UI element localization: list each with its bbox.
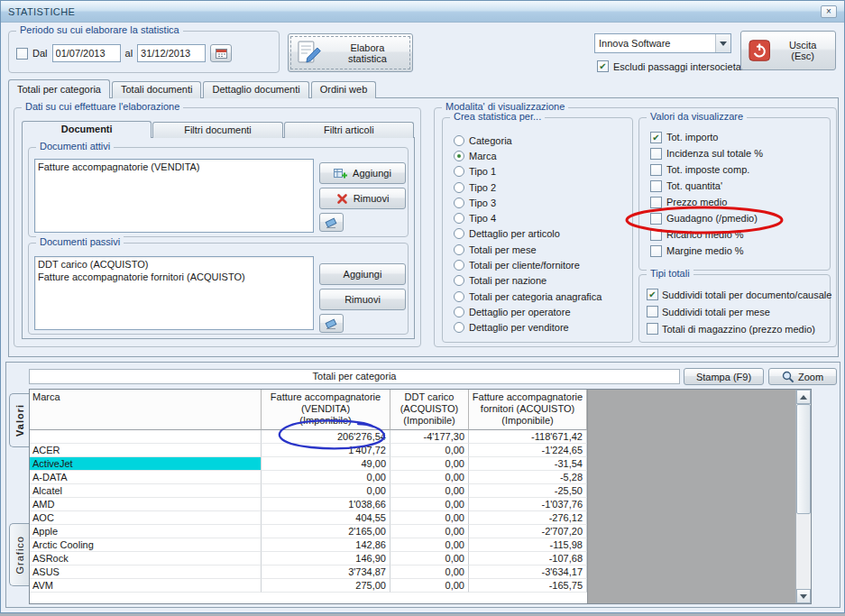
- checkbox-option-incidenza-sul-totale[interactable]: Incidenza sul totale %: [641, 145, 828, 161]
- radio-icon: [454, 260, 464, 271]
- period-group-title: Periodo su cui elaborare la statistica: [16, 24, 183, 35]
- date-from-input[interactable]: [52, 44, 121, 62]
- checkbox-option-suddividi-totali-per-mese[interactable]: Suddividi totali per mese: [641, 303, 828, 320]
- tipi-totali-group: Tipi totali Suddividi totali per documen…: [638, 274, 831, 343]
- inner-tab-filtri-articoli[interactable]: Filtri articoli: [284, 122, 414, 138]
- checkbox-option-guadagno-pmedio[interactable]: Guadagno (/pmedio): [641, 210, 828, 226]
- scroll-down-button[interactable]: [796, 589, 811, 603]
- main-tabs: Totali per categoriaTotali documentiDett…: [8, 79, 378, 98]
- vertical-scrollbar[interactable]: [795, 390, 811, 603]
- radio-icon: [454, 322, 464, 333]
- radio-option-totali-per-mese[interactable]: Totali per mese: [445, 242, 630, 257]
- table-row-alcatel[interactable]: Alcatel0,000,00-25,50: [30, 484, 587, 498]
- crea-statistica-title: Crea statistica per...: [450, 111, 545, 122]
- list-item[interactable]: DDT carico (ACQUISTO): [36, 258, 312, 271]
- date-to-input[interactable]: [137, 44, 206, 62]
- table-row-aoc[interactable]: AOC404,550,00-276,12: [30, 511, 587, 525]
- cell-marca: Alcatel: [30, 484, 262, 498]
- checkbox-option-margine-medio[interactable]: Margine medio %: [641, 243, 828, 259]
- cell-value: 0,00: [390, 444, 469, 457]
- attivi-rimuovi-button[interactable]: Rimuovi: [319, 188, 406, 209]
- tab-ordini-web[interactable]: Ordini web: [311, 81, 377, 98]
- cell-marca: Apple: [30, 525, 262, 538]
- documenti-attivi-list[interactable]: Fatture accompagnatorie (VENDITA): [34, 159, 314, 233]
- escludi-label: Escludi passaggi intersocietari: [613, 61, 747, 72]
- radio-option-dettaglio-per-venditore[interactable]: Dettaglio per venditore: [445, 320, 630, 336]
- checkbox-option-ricarico-medio[interactable]: Ricarico medio %: [641, 226, 828, 243]
- radio-icon: [454, 244, 464, 255]
- radio-icon: [454, 275, 464, 286]
- list-item[interactable]: Fatture accompagnatorie (VENDITA): [36, 161, 312, 173]
- radio-option-categoria[interactable]: Categoria: [445, 133, 630, 148]
- radio-option-totali-per-nazione[interactable]: Totali per nazione: [445, 273, 630, 289]
- scroll-up-button[interactable]: [796, 390, 811, 404]
- passivi-rimuovi-button[interactable]: Rimuovi: [319, 289, 406, 310]
- attivi-aggiungi-button[interactable]: Aggiungi: [319, 162, 406, 184]
- aggiungi-label: Aggiungi: [353, 168, 391, 179]
- list-item[interactable]: Fatture accompagnatorie fornitori (ACQUI…: [36, 271, 312, 283]
- modalita-group: Modalita' di visualizzazione Crea statis…: [434, 107, 837, 347]
- table-row-arctic-cooling[interactable]: Arctic Cooling142,860,00-115,98: [30, 538, 587, 552]
- cell-marca: A-DATA: [30, 471, 262, 484]
- cell-value: 0,00: [262, 484, 390, 498]
- inner-tab-filtri-documenti[interactable]: Filtri documenti: [152, 122, 282, 138]
- option-label: Tot. importo: [666, 132, 718, 143]
- tab-totali-documenti[interactable]: Totali documenti: [112, 81, 202, 98]
- option-label: Tipo 2: [469, 182, 496, 193]
- uscita-button[interactable]: Uscita (Esc): [740, 31, 836, 70]
- checkbox-option-tot-quantita[interactable]: Tot. quantita': [641, 178, 828, 194]
- radio-option-tipo-2[interactable]: Tipo 2: [445, 179, 630, 195]
- clear-list-icon: [325, 216, 338, 229]
- elabora-button[interactable]: Elabora statistica: [288, 33, 413, 72]
- table-row-asus[interactable]: ASUS3'734,870,00-3'634,17: [30, 565, 587, 579]
- cell-value: -276,12: [469, 511, 587, 525]
- radio-option-dettaglio-per-operatore[interactable]: Dettaglio per operatore: [445, 304, 630, 319]
- checkbox-option-prezzo-medio[interactable]: Prezzo medio: [641, 194, 828, 210]
- side-tab-valori[interactable]: Valori: [9, 393, 29, 447]
- table-row-amd[interactable]: AMD1'038,660,00-1'037,76: [30, 498, 587, 511]
- checkbox-option-tot-importo[interactable]: Tot. importo: [641, 129, 828, 145]
- company-select-value: Innova Software: [595, 38, 715, 49]
- escludi-checkbox-row[interactable]: Escludi passaggi intersocietari: [597, 60, 747, 72]
- passivi-aggiungi-button[interactable]: Aggiungi: [319, 263, 406, 285]
- passivi-clear-button[interactable]: [319, 314, 344, 333]
- table-row-asrock[interactable]: ASRock146,900,00-107,68: [30, 552, 587, 565]
- documenti-passivi-list[interactable]: DDT carico (ACQUISTO)Fatture accompagnat…: [34, 256, 314, 330]
- checkbox-option-tot-imposte-comp[interactable]: Tot. imposte comp.: [641, 161, 828, 178]
- radio-option-tipo-3[interactable]: Tipo 3: [445, 195, 630, 210]
- side-tab-grafico[interactable]: Grafico: [9, 523, 29, 586]
- cell-value: 146,90: [262, 552, 390, 565]
- chevron-down-icon[interactable]: [715, 34, 730, 52]
- radio-option-totali-per-cliente-fornitore[interactable]: Totali per cliente/fornitore: [445, 257, 630, 272]
- checkbox-option-totali-di-magazzino-prezzo-medio[interactable]: Totali di magazzino (prezzo medio): [641, 320, 828, 337]
- table-row-acer[interactable]: ACER1'407,720,00-1'224,65: [30, 444, 587, 457]
- radio-option-totali-per-categoria-anagrafica[interactable]: Totali per categoria anagrafica: [445, 289, 630, 304]
- inner-tab-documenti[interactable]: Documenti: [22, 121, 152, 138]
- table-row-a-data[interactable]: A-DATA0,000,00-5,28: [30, 471, 587, 484]
- radio-option-dettaglio-per-articolo[interactable]: Dettaglio per articolo: [445, 226, 630, 242]
- radio-option-tipo-4[interactable]: Tipo 4: [445, 210, 630, 225]
- al-label: al: [125, 48, 133, 59]
- calendar-button[interactable]: [210, 44, 232, 62]
- close-icon[interactable]: ×: [821, 5, 837, 18]
- attivi-clear-button[interactable]: [319, 213, 344, 232]
- titlebar[interactable]: STATISTICHE ×: [1, 1, 844, 23]
- escludi-checkbox[interactable]: [597, 60, 609, 72]
- tab-totali-per-categoria[interactable]: Totali per categoria: [8, 79, 110, 98]
- radio-option-tipo-1[interactable]: Tipo 1: [445, 164, 630, 179]
- tipi-options: Suddividi totali per documento/causaleSu…: [641, 286, 828, 337]
- radio-option-marca[interactable]: Marca: [445, 148, 630, 163]
- dal-checkbox[interactable]: [16, 48, 28, 60]
- stampa-button[interactable]: Stampa (F9): [684, 368, 764, 385]
- table-row-apple[interactable]: Apple2'165,000,00-2'707,20: [30, 525, 587, 538]
- scroll-thumb[interactable]: [796, 404, 811, 514]
- table-row-avm[interactable]: AVM275,000,00-165,75: [30, 579, 587, 593]
- company-select[interactable]: Innova Software: [594, 33, 731, 53]
- tab-dettaglio-documenti[interactable]: Dettaglio documenti: [203, 81, 308, 98]
- table-row-totals[interactable]: 206'276,54-4'177,30-118'671,42: [30, 430, 587, 444]
- checkbox-option-suddividi-totali-per-documento-causale[interactable]: Suddividi totali per documento/causale: [641, 286, 828, 303]
- table-row-activejet[interactable]: ActiveJet49,000,00-31,54: [30, 457, 587, 471]
- cell-value: 3'734,87: [262, 565, 390, 579]
- zoom-button[interactable]: Zoom: [768, 368, 837, 385]
- checkbox-icon: [650, 229, 662, 241]
